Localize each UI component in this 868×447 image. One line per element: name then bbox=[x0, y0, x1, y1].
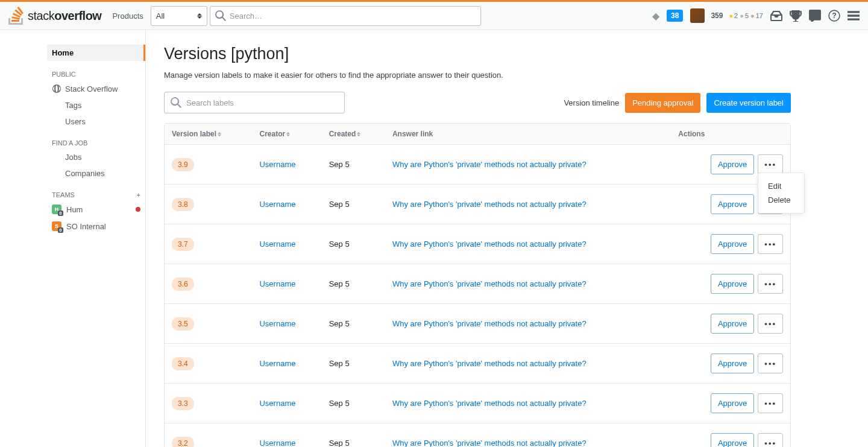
main: Versions [python] Manage version labels … bbox=[146, 30, 809, 447]
answer-link[interactable]: Why are Python's 'private' methods not a… bbox=[392, 359, 587, 368]
approve-button[interactable]: Approve bbox=[711, 314, 754, 334]
created-cell: Sep 5 bbox=[322, 224, 385, 264]
sidebar-item-jobs[interactable]: Jobs bbox=[47, 149, 145, 165]
answer-link[interactable]: Why are Python's 'private' methods not a… bbox=[392, 160, 587, 169]
th-creator[interactable]: Creator bbox=[252, 124, 321, 145]
creator-link[interactable]: Username bbox=[259, 319, 295, 328]
version-tag: 3.3 bbox=[172, 397, 194, 410]
team-badge-icon: S bbox=[52, 221, 61, 231]
stackoverflow-icon bbox=[8, 7, 24, 25]
sort-icon bbox=[218, 132, 221, 136]
versions-table: Version label Creator Created Answer lin… bbox=[164, 123, 791, 447]
version-tag: 3.7 bbox=[172, 238, 194, 251]
table-row: 3.6 Username Sep 5 Why are Python's 'pri… bbox=[165, 264, 790, 304]
more-actions-button[interactable]: ••• bbox=[758, 234, 783, 254]
answer-link[interactable]: Why are Python's 'private' methods not a… bbox=[392, 239, 587, 249]
scope-value: All bbox=[156, 11, 165, 21]
toolbar: Version timeline Pending approval Create… bbox=[164, 92, 791, 113]
search-input-wrap[interactable] bbox=[210, 6, 481, 26]
sidebar-item-tags[interactable]: Tags bbox=[47, 97, 145, 113]
logo-text: stackoverflow bbox=[28, 9, 101, 23]
review-count-badge[interactable]: 38 bbox=[667, 10, 683, 22]
answer-link[interactable]: Why are Python's 'private' methods not a… bbox=[392, 399, 587, 408]
version-timeline-link[interactable]: Version timeline bbox=[564, 98, 619, 107]
achievements-icon[interactable] bbox=[790, 10, 802, 22]
toolbar-right: Version timeline Pending approval Create… bbox=[564, 93, 791, 113]
created-cell: Sep 5 bbox=[322, 264, 385, 304]
creator-link[interactable]: Username bbox=[259, 160, 295, 169]
approve-button[interactable]: Approve bbox=[711, 194, 754, 214]
answer-link[interactable]: Why are Python's 'private' methods not a… bbox=[392, 439, 587, 447]
sort-icon bbox=[286, 132, 290, 136]
approve-button[interactable]: Approve bbox=[711, 274, 754, 294]
sidebar-home[interactable]: Home bbox=[47, 45, 145, 61]
add-team-icon[interactable]: + bbox=[137, 191, 140, 198]
more-actions-button[interactable]: ••• bbox=[758, 393, 783, 413]
sidebar-head-jobs: FIND A JOB bbox=[47, 130, 145, 149]
user-rep-box[interactable]: 359 2 5 17 bbox=[690, 8, 763, 23]
th-actions: Actions bbox=[671, 124, 790, 145]
inbox-icon[interactable] bbox=[770, 10, 782, 22]
topbar-right: ◆ 38 359 2 5 17 ? bbox=[652, 8, 860, 23]
globe-icon bbox=[52, 84, 61, 94]
badge-counts: 2 5 17 bbox=[729, 12, 763, 19]
help-survey-icon[interactable] bbox=[809, 10, 821, 22]
answer-link[interactable]: Why are Python's 'private' methods not a… bbox=[392, 279, 587, 288]
sidebar-item-users[interactable]: Users bbox=[47, 113, 145, 130]
help-icon[interactable]: ? bbox=[828, 10, 840, 22]
creator-link[interactable]: Username bbox=[259, 239, 295, 249]
more-actions-button[interactable]: ••• bbox=[758, 274, 783, 294]
answer-link[interactable]: Why are Python's 'private' methods not a… bbox=[392, 319, 587, 328]
table-row: 3.2 Username Sep 5 Why are Python's 'pri… bbox=[165, 423, 790, 447]
table-row: 3.7 Username Sep 5 Why are Python's 'pri… bbox=[165, 224, 790, 264]
approve-button[interactable]: Approve bbox=[711, 433, 754, 447]
team-name: Hum bbox=[66, 205, 83, 214]
label-search-input[interactable] bbox=[186, 98, 338, 107]
popover-delete[interactable]: Delete bbox=[768, 193, 794, 207]
team-name: SO Internal bbox=[66, 222, 106, 231]
answer-link[interactable]: Why are Python's 'private' methods not a… bbox=[392, 200, 587, 209]
sidebar-item-stackoverflow[interactable]: Stack Overflow bbox=[47, 80, 145, 97]
team-row[interactable]: SSO Internal bbox=[47, 218, 145, 235]
version-tag: 3.9 bbox=[172, 158, 194, 171]
created-cell: Sep 5 bbox=[322, 185, 385, 224]
products-link[interactable]: Products bbox=[112, 11, 143, 21]
table-row: 3.8 Username Sep 5 Why are Python's 'pri… bbox=[165, 185, 790, 224]
approve-button[interactable]: Approve bbox=[711, 234, 754, 254]
approve-button[interactable]: Approve bbox=[711, 353, 754, 373]
site-switcher-icon[interactable] bbox=[848, 10, 860, 22]
search-input[interactable] bbox=[230, 11, 476, 21]
layout: Home PUBLIC Stack Overflow Tags Users FI… bbox=[0, 30, 868, 447]
table-row: 3.9 Username Sep 5 Why are Python's 'pri… bbox=[165, 145, 790, 185]
create-version-label-button[interactable]: Create version label bbox=[706, 93, 791, 113]
more-actions-button[interactable]: ••• bbox=[758, 433, 783, 447]
sidebar-item-companies[interactable]: Companies bbox=[47, 165, 145, 182]
created-cell: Sep 5 bbox=[322, 384, 385, 423]
table-row: 3.4 Username Sep 5 Why are Python's 'pri… bbox=[165, 344, 790, 384]
logo[interactable]: stackoverflow bbox=[8, 7, 101, 25]
more-actions-button[interactable]: ••• bbox=[758, 353, 783, 373]
search-scope-select[interactable]: All bbox=[151, 6, 207, 26]
approve-button[interactable]: Approve bbox=[711, 154, 754, 174]
page-title: Versions [python] bbox=[164, 45, 791, 63]
popover-edit[interactable]: Edit bbox=[768, 179, 794, 193]
moderator-diamond-icon[interactable]: ◆ bbox=[652, 10, 659, 22]
th-created[interactable]: Created bbox=[322, 124, 385, 145]
pending-approval-button[interactable]: Pending approval bbox=[625, 93, 700, 113]
version-tag: 3.6 bbox=[172, 277, 194, 291]
creator-link[interactable]: Username bbox=[259, 399, 295, 408]
topbar: stackoverflow Products All ◆ 38 359 2 5 … bbox=[0, 2, 868, 30]
more-actions-button[interactable]: ••• bbox=[758, 314, 783, 334]
creator-link[interactable]: Username bbox=[259, 359, 295, 368]
notification-dot-icon bbox=[136, 207, 140, 212]
creator-link[interactable]: Username bbox=[259, 279, 295, 288]
th-version[interactable]: Version label bbox=[165, 124, 252, 145]
label-search[interactable] bbox=[164, 92, 345, 113]
creator-link[interactable]: Username bbox=[259, 200, 295, 209]
creator-link[interactable]: Username bbox=[259, 439, 295, 447]
th-answer: Answer link bbox=[385, 124, 671, 145]
team-badge-icon: H bbox=[52, 204, 61, 214]
approve-button[interactable]: Approve bbox=[711, 393, 754, 413]
more-actions-button[interactable]: ••• bbox=[758, 154, 783, 174]
team-row[interactable]: HHum bbox=[47, 201, 145, 218]
